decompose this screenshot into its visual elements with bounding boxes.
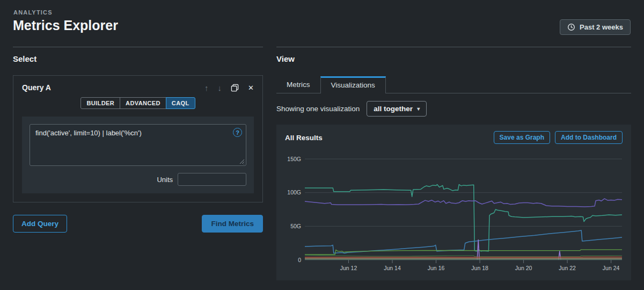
page-title: Metrics Explorer xyxy=(13,18,118,33)
tab-visualizations[interactable]: Visualizations xyxy=(320,76,386,93)
app-eyebrow: ANALYTICS xyxy=(13,9,53,16)
showing-visualization-text: Showing one visualization xyxy=(276,105,360,113)
select-heading: Select xyxy=(13,47,263,63)
x-axis-tick-label: Jun 16 xyxy=(428,265,445,271)
clock-icon xyxy=(567,23,575,31)
time-range-button[interactable]: Past 2 weeks xyxy=(560,19,631,35)
find-metrics-button[interactable]: Find Metrics xyxy=(202,215,263,233)
view-section: View Metrics Visualizations Showing one … xyxy=(276,47,631,280)
chevron-down-icon: ▾ xyxy=(417,106,420,112)
query-title: Query A xyxy=(22,83,51,92)
units-label: Units xyxy=(157,176,173,184)
move-down-icon[interactable]: ↓ xyxy=(218,84,222,92)
x-axis-tick-label: Jun 12 xyxy=(340,265,357,271)
save-as-graph-button[interactable]: Save as Graph xyxy=(494,131,550,144)
move-up-icon[interactable]: ↑ xyxy=(204,84,209,92)
chart-series-blue xyxy=(305,230,622,253)
y-axis-tick-label: 150G xyxy=(287,156,301,162)
y-axis-tick-label: 0 xyxy=(298,257,301,263)
tab-metrics[interactable]: Metrics xyxy=(276,76,320,93)
view-tabbar: Metrics Visualizations xyxy=(276,76,631,93)
chart-series-dark-green xyxy=(305,255,622,257)
close-icon[interactable]: ✕ xyxy=(248,84,254,91)
textarea-resize-handle[interactable] xyxy=(239,159,245,164)
timeseries-chart: 150G100G50G0Jun 12Jun 14Jun 16Jun 18Jun … xyxy=(276,147,631,279)
query-panel: Query A ↑ ↓ ✕ BUILDER ADVANCED CAQL find… xyxy=(13,75,263,202)
x-axis-tick-label: Jun 14 xyxy=(384,265,401,271)
all-results-panel: All Results Save as Graph Add to Dashboa… xyxy=(276,125,631,280)
mode-advanced-button[interactable]: ADVANCED xyxy=(120,97,166,109)
x-axis-tick-label: Jun 24 xyxy=(603,265,620,271)
add-to-dashboard-button[interactable]: Add to Dashboard xyxy=(555,131,623,144)
view-heading: View xyxy=(276,47,631,63)
chart-series-teal-top xyxy=(305,185,622,251)
query-mode-switcher: BUILDER ADVANCED CAQL xyxy=(13,97,262,109)
help-icon[interactable]: ? xyxy=(233,128,242,137)
x-axis-tick-label: Jun 22 xyxy=(559,265,576,271)
chart-series-maroon-flat xyxy=(305,257,622,257)
units-input[interactable] xyxy=(178,173,246,186)
select-section: Select Query A ↑ ↓ ✕ BUILDER ADVANCED CA… xyxy=(13,47,263,233)
caql-query-input[interactable]: find('active', limit=10) | label('%cn') xyxy=(30,124,246,166)
query-editor-area: find('active', limit=10) | label('%cn') … xyxy=(22,117,254,193)
chart-series-purple xyxy=(305,199,622,207)
results-title: All Results xyxy=(285,134,323,142)
visualization-mode-dropdown[interactable]: all together ▾ xyxy=(367,101,427,117)
time-range-label: Past 2 weeks xyxy=(580,23,623,31)
visualization-mode-value: all together xyxy=(374,105,413,113)
y-axis-tick-label: 50G xyxy=(290,223,301,229)
x-axis-tick-label: Jun 18 xyxy=(471,265,488,271)
y-axis-tick-label: 100G xyxy=(287,189,301,195)
x-axis-tick-label: Jun 20 xyxy=(515,265,532,271)
mode-caql-button[interactable]: CAQL xyxy=(166,97,195,109)
add-query-button[interactable]: Add Query xyxy=(13,215,67,233)
duplicate-icon[interactable] xyxy=(231,84,239,92)
mode-builder-button[interactable]: BUILDER xyxy=(80,97,120,109)
